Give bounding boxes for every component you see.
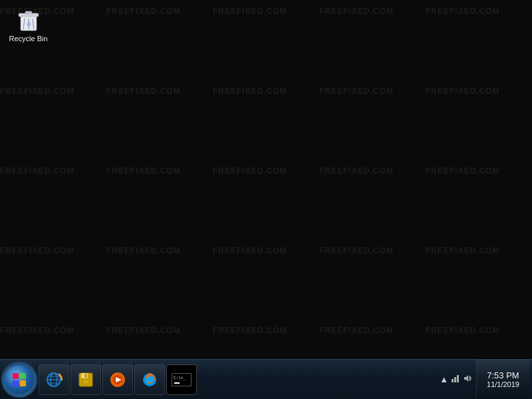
cmd-taskbar-button[interactable]: C:\>_ bbox=[166, 364, 197, 395]
watermark: FREEFIXED.COM bbox=[106, 7, 181, 16]
svg-rect-19 bbox=[83, 380, 89, 384]
desktop: FREEFIXED.COM FREEFIXED.COM FREEFIXED.CO… bbox=[0, 0, 532, 359]
watermark: FREEFIXED.COM bbox=[426, 166, 500, 176]
start-button[interactable] bbox=[1, 362, 37, 398]
recycle-bin-label: Recycle Bin bbox=[9, 35, 47, 43]
watermark-container: FREEFIXED.COM FREEFIXED.COM FREEFIXED.CO… bbox=[0, 0, 532, 359]
network-tray-icon[interactable] bbox=[451, 374, 460, 385]
media-player-taskbar-button[interactable] bbox=[102, 364, 133, 395]
clock-time: 7:53 PM bbox=[487, 370, 519, 380]
svg-rect-7 bbox=[13, 373, 19, 379]
watermark: FREEFIXED.COM bbox=[213, 7, 287, 16]
cmd-text: C:\>_ bbox=[174, 375, 186, 380]
cmd-cursor bbox=[174, 382, 180, 384]
taskbar: C:\>_ ▲ bbox=[0, 359, 532, 399]
tray-icons: ▲ bbox=[436, 374, 476, 385]
svg-rect-27 bbox=[452, 379, 454, 382]
cmd-screen: C:\>_ bbox=[172, 373, 192, 386]
watermark: FREEFIXED.COM bbox=[106, 86, 181, 96]
watermark: FREEFIXED.COM bbox=[106, 246, 181, 255]
watermark: FREEFIXED.COM bbox=[0, 326, 74, 335]
svg-rect-8 bbox=[20, 373, 26, 379]
watermark: FREEFIXED.COM bbox=[213, 326, 287, 335]
watermark: FREEFIXED.COM bbox=[426, 86, 500, 96]
svg-rect-10 bbox=[20, 380, 26, 386]
watermark: FREEFIXED.COM bbox=[213, 86, 287, 96]
watermark: FREEFIXED.COM bbox=[319, 246, 394, 255]
watermark: FREEFIXED.COM bbox=[213, 246, 287, 255]
svg-rect-17 bbox=[81, 373, 88, 378]
watermark: FREEFIXED.COM bbox=[213, 166, 287, 176]
watermark: FREEFIXED.COM bbox=[319, 326, 394, 335]
watermark: FREEFIXED.COM bbox=[426, 326, 500, 335]
watermark: FREEFIXED.COM bbox=[0, 246, 74, 255]
system-tray: ▲ 7:53 PM 11/1/2019 bbox=[436, 360, 532, 399]
svg-rect-2 bbox=[25, 11, 32, 14]
watermark: FREEFIXED.COM bbox=[106, 326, 181, 335]
watermark: FREEFIXED.COM bbox=[426, 7, 500, 16]
svg-rect-28 bbox=[454, 377, 456, 382]
watermark: FREEFIXED.COM bbox=[319, 166, 394, 176]
watermark: FREEFIXED.COM bbox=[319, 86, 394, 96]
ie-taskbar-button[interactable] bbox=[39, 364, 69, 395]
recycle-bin-graphic: ♻ bbox=[15, 6, 42, 33]
watermark: FREEFIXED.COM bbox=[106, 166, 181, 176]
svg-text:♻: ♻ bbox=[26, 21, 31, 27]
svg-rect-9 bbox=[13, 380, 19, 386]
watermark: FREEFIXED.COM bbox=[0, 166, 74, 176]
firefox-taskbar-button[interactable] bbox=[134, 364, 165, 395]
svg-marker-30 bbox=[464, 375, 468, 382]
show-hidden-icons-button[interactable]: ▲ bbox=[440, 374, 448, 384]
watermark: FREEFIXED.COM bbox=[319, 7, 394, 16]
svg-rect-20 bbox=[85, 374, 86, 378]
taskbar-buttons: C:\>_ bbox=[37, 360, 198, 399]
watermark: FREEFIXED.COM bbox=[426, 246, 500, 255]
svg-rect-29 bbox=[457, 375, 459, 382]
clock-date: 11/1/2019 bbox=[487, 380, 519, 388]
file-manager-taskbar-button[interactable] bbox=[70, 364, 101, 395]
start-orb bbox=[5, 365, 34, 394]
watermark: FREEFIXED.COM bbox=[0, 86, 74, 96]
volume-tray-icon[interactable] bbox=[463, 374, 472, 385]
clock-area[interactable]: 7:53 PM 11/1/2019 bbox=[476, 360, 529, 399]
recycle-bin-icon[interactable]: ♻ Recycle Bin bbox=[3, 3, 53, 45]
